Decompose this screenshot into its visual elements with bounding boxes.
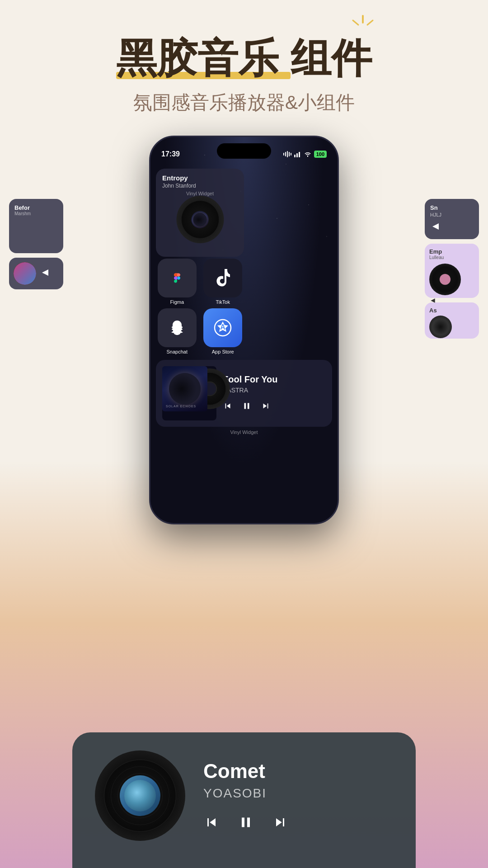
svg-marker-3 bbox=[42, 269, 48, 276]
bottom-prev-icon bbox=[203, 814, 220, 830]
fool-info: Fool For You KASTRA bbox=[223, 374, 326, 412]
svg-text:A: A bbox=[220, 323, 225, 331]
tiktok-logo bbox=[214, 268, 232, 288]
svg-rect-12 bbox=[296, 153, 298, 157]
snapchat-icon-bg bbox=[158, 308, 197, 347]
fool-song: Fool For You bbox=[223, 374, 326, 385]
svg-rect-11 bbox=[294, 155, 296, 157]
left-widget-1: Befor Marshm bbox=[9, 199, 63, 253]
bottom-song-title: Comet bbox=[203, 760, 393, 783]
entropy-vinyl bbox=[176, 196, 224, 243]
figma-label: Figma bbox=[170, 299, 184, 305]
top-section: 黑胶音乐 组件 氛围感音乐播放器&小组件 bbox=[0, 0, 488, 115]
side-panel-left: Befor Marshm bbox=[9, 199, 63, 289]
fool-album-art: SOLAR ECHOES bbox=[162, 366, 207, 411]
fool-album-container: SOLAR ECHOES bbox=[162, 366, 216, 420]
snapchat-app[interactable]: Snapchat bbox=[156, 308, 198, 354]
top-widgets-row: Entropy John Stanford Vinyl Widget bbox=[156, 169, 332, 356]
right-widget-2-title: Emp bbox=[429, 248, 474, 255]
figma-app[interactable]: Figma bbox=[156, 259, 198, 305]
svg-line-2 bbox=[367, 20, 373, 25]
appstore-label: App Store bbox=[212, 349, 234, 354]
left-widget-1-title: Befor bbox=[14, 204, 58, 211]
fool-artist: KASTRA bbox=[223, 387, 326, 394]
phone-wrapper: 17:39 bbox=[149, 136, 339, 524]
svg-rect-13 bbox=[299, 152, 300, 157]
bottom-prev-button[interactable] bbox=[203, 814, 220, 832]
left-widget-2 bbox=[9, 258, 63, 289]
left-widget-1-artist: Marshm bbox=[14, 211, 58, 216]
snapchat-logo bbox=[167, 318, 187, 338]
bottom-artist: YOASOBI bbox=[203, 786, 393, 801]
bottom-vinyl bbox=[95, 750, 185, 841]
figma-logo bbox=[168, 269, 186, 287]
snapchat-label: Snapchat bbox=[167, 349, 188, 354]
phone-screen: 17:39 bbox=[150, 137, 338, 523]
entropy-widget[interactable]: Entropy John Stanford Vinyl Widget bbox=[156, 169, 244, 257]
signal-icon bbox=[294, 151, 301, 157]
bottom-info: Comet YOASOBI bbox=[203, 760, 393, 832]
fool-next-button[interactable] bbox=[261, 401, 271, 412]
fool-pause-button[interactable] bbox=[242, 401, 252, 412]
side-panel-right: Sn HJLJ Emp Lulleau As bbox=[425, 199, 479, 339]
title-highlight: 黑胶音乐 bbox=[116, 36, 290, 81]
bottom-player: Comet YOASOBI bbox=[72, 732, 416, 868]
status-icons: 100 bbox=[283, 151, 327, 158]
prev-icon-left bbox=[40, 267, 51, 278]
right-widget-2: Emp Lulleau bbox=[425, 244, 479, 298]
bottom-pause-icon bbox=[238, 814, 254, 830]
sound-icon bbox=[283, 151, 291, 157]
fool-for-you-widget[interactable]: SOLAR ECHOES Fool For You KASTRA bbox=[156, 360, 332, 427]
svg-marker-5 bbox=[431, 298, 435, 302]
svg-rect-10 bbox=[291, 153, 291, 156]
bottom-vinyl-container bbox=[95, 750, 185, 841]
bottom-album-art bbox=[120, 775, 160, 816]
tiktok-app[interactable]: TikTok bbox=[202, 259, 244, 305]
phone-frame: 17:39 bbox=[149, 136, 339, 524]
right-widget-1: Sn HJLJ bbox=[425, 199, 479, 239]
bottom-controls bbox=[203, 814, 393, 832]
appstore-app[interactable]: A App Store bbox=[202, 308, 244, 354]
battery-badge: 100 bbox=[314, 151, 327, 158]
phone-content: Entropy John Stanford Vinyl Widget bbox=[150, 165, 338, 439]
app-grid: Figma TikTok bbox=[156, 257, 244, 356]
comet-art bbox=[124, 780, 156, 811]
wifi-icon bbox=[304, 151, 311, 157]
entropy-artist: John Stanford bbox=[162, 183, 238, 189]
svg-rect-8 bbox=[287, 151, 288, 157]
prev-icon-right2 bbox=[429, 297, 436, 304]
appstore-logo: A bbox=[213, 318, 233, 338]
dynamic-island bbox=[217, 143, 271, 159]
bottom-pause-button[interactable] bbox=[238, 814, 254, 832]
fool-label: Vinyl Widget bbox=[156, 429, 332, 435]
svg-rect-7 bbox=[285, 152, 286, 156]
tiktok-icon-bg bbox=[203, 259, 242, 297]
bottom-next-icon bbox=[272, 814, 288, 830]
appstore-icon-bg: A bbox=[203, 308, 242, 347]
svg-marker-4 bbox=[432, 223, 439, 230]
right-widget-1-title: Sn bbox=[430, 204, 474, 211]
right-widget-2-artist: Lulleau bbox=[429, 255, 474, 260]
bottom-next-button[interactable] bbox=[272, 814, 288, 832]
prev-icon-right bbox=[430, 221, 441, 232]
pause-icon bbox=[242, 401, 252, 411]
entropy-song: Entropy bbox=[162, 174, 238, 182]
subtitle: 氛围感音乐播放器&小组件 bbox=[0, 90, 488, 115]
status-time: 17:39 bbox=[161, 150, 180, 158]
fool-controls bbox=[223, 401, 326, 412]
main-title: 黑胶音乐 组件 bbox=[116, 36, 371, 81]
right-widget-3: As bbox=[425, 302, 479, 339]
svg-rect-9 bbox=[289, 152, 290, 156]
figma-icon-bg bbox=[158, 259, 197, 297]
svg-rect-6 bbox=[283, 153, 284, 156]
tiktok-label: TikTok bbox=[216, 299, 230, 305]
svg-line-1 bbox=[353, 20, 358, 25]
left-album-art bbox=[14, 262, 36, 285]
next-icon bbox=[261, 401, 271, 411]
